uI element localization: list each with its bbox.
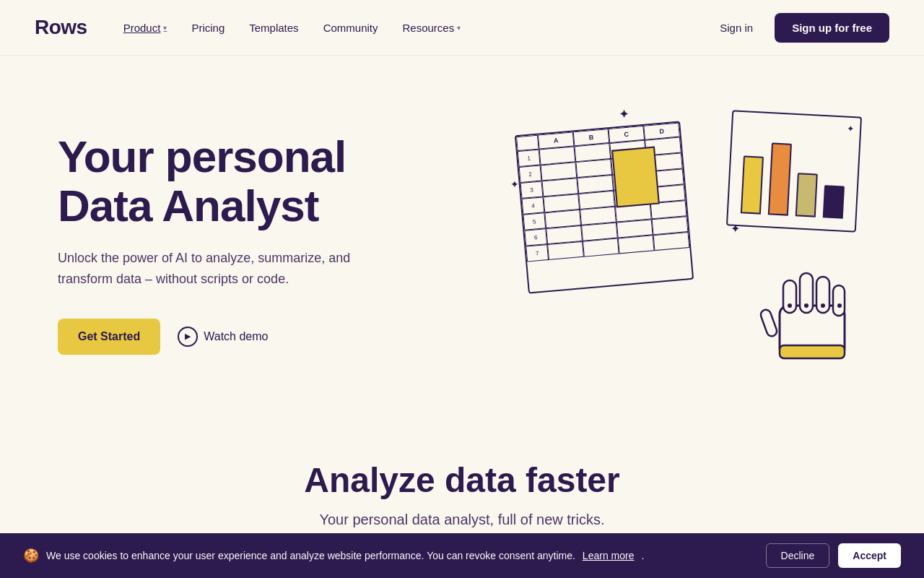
logo[interactable]: Rows (35, 16, 87, 39)
cookie-icon: 🍪 (23, 548, 39, 564)
svg-point-10 (837, 303, 842, 308)
sign-in-link[interactable]: Sign in (710, 16, 763, 40)
svg-point-7 (788, 303, 792, 308)
svg-point-9 (821, 303, 825, 308)
cookie-accept-button[interactable]: Accept (838, 543, 901, 568)
robot-hand-illustration (736, 233, 881, 381)
yellow-highlight (612, 147, 661, 208)
play-icon: ▶ (178, 327, 198, 347)
sparkle-icon: ✦ (510, 178, 519, 190)
bar-chart-bar (741, 155, 764, 214)
svg-rect-5 (759, 309, 778, 337)
navbar-left: Rows Product ▾ Pricing Templates Communi… (35, 16, 471, 40)
cookie-learn-more-link[interactable]: Learn more (583, 550, 635, 561)
nav-link-product[interactable]: Product ▾ (113, 16, 178, 40)
hero-text: Your personal Data Analyst Unlock the po… (58, 132, 462, 355)
hero-section: Your personal Data Analyst Unlock the po… (0, 56, 924, 417)
chevron-down-icon: ▾ (163, 24, 167, 32)
bar-chart-bar (768, 142, 792, 215)
svg-rect-4 (833, 285, 845, 316)
watch-demo-link[interactable]: ▶ Watch demo (178, 327, 268, 347)
cookie-banner: 🍪 We use cookies to enhance your user ex… (0, 533, 924, 578)
nav-link-community[interactable]: Community (313, 16, 388, 40)
nav-link-resources[interactable]: Resources ▾ (392, 16, 471, 40)
nav-link-pricing[interactable]: Pricing (181, 16, 235, 40)
analyze-subtitle: Your personal data analyst, full of new … (35, 512, 889, 528)
nav-links: Product ▾ Pricing Templates Community Re… (113, 16, 471, 40)
get-started-button[interactable]: Get Started (58, 319, 160, 355)
barchart-illustration: ✦ (726, 110, 862, 232)
analyze-title: Analyze data faster (35, 460, 889, 500)
sparkle-icon: ✦ (619, 106, 629, 122)
cookie-actions: Decline Accept (766, 543, 901, 568)
bar-chart-bar (796, 173, 818, 217)
svg-rect-6 (780, 345, 845, 358)
hero-illustration: A B C D 1 2 3 4 (478, 99, 866, 388)
hero-title: Your personal Data Analyst (58, 132, 462, 230)
hero-subtitle: Unlock the power of AI to analyze, summa… (58, 248, 404, 290)
svg-rect-1 (783, 280, 796, 313)
sign-up-button[interactable]: Sign up for free (775, 13, 889, 43)
analyze-section: Analyze data faster Your personal data a… (0, 417, 924, 550)
cookie-text: 🍪 We use cookies to enhance your user ex… (23, 548, 766, 564)
cookie-decline-button[interactable]: Decline (766, 543, 830, 568)
svg-point-8 (804, 303, 808, 308)
navbar-right: Sign in Sign up for free (710, 13, 889, 43)
spreadsheet-illustration: A B C D 1 2 3 4 (515, 121, 694, 293)
bar-chart-bar (823, 185, 845, 218)
spreadsheet-body: 1 2 3 4 5 (518, 137, 690, 262)
nav-link-templates[interactable]: Templates (239, 16, 308, 40)
navbar: Rows Product ▾ Pricing Templates Communi… (0, 0, 924, 56)
chevron-down-icon: ▾ (457, 24, 461, 32)
hero-actions: Get Started ▶ Watch demo (58, 319, 462, 355)
sparkle-icon: ✦ (847, 124, 855, 134)
